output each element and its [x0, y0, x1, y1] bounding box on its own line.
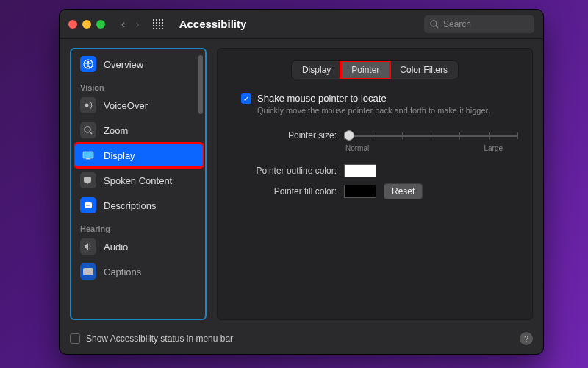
main-panel: Display Pointer Color Filters ✓ Shake mo…	[217, 48, 533, 320]
menu-bar-status-label: Show Accessibility status in menu bar	[86, 333, 233, 344]
search-icon	[430, 20, 439, 29]
slider-min-label: Normal	[345, 144, 369, 152]
help-button[interactable]: ?	[520, 332, 533, 345]
window-title: Accessibility	[179, 18, 247, 30]
sidebar: Overview Vision VoiceOver Zoom	[70, 48, 207, 320]
svg-point-5	[85, 127, 90, 132]
shake-to-locate-description: Quickly move the mouse pointer back and …	[257, 105, 490, 116]
svg-point-0	[431, 21, 437, 26]
slider-knob[interactable]	[344, 130, 354, 141]
slider-max-label: Large	[484, 144, 503, 152]
footer: Show Accessibility status in menu bar ?	[60, 326, 543, 354]
sidebar-item-label: Zoom	[104, 125, 128, 136]
display-icon	[80, 147, 96, 163]
sidebar-item-label: Captions	[104, 266, 141, 277]
minimize-button[interactable]	[82, 20, 91, 29]
fill-color-label: Pointer fill color:	[241, 186, 337, 197]
audio-icon	[80, 238, 96, 255]
captions-icon	[80, 263, 96, 280]
sidebar-section-hearing: Hearing	[74, 219, 204, 235]
voiceover-icon	[80, 97, 96, 113]
tab-group: Display Pointer Color Filters	[291, 60, 459, 79]
svg-point-11	[86, 205, 87, 206]
svg-line-6	[90, 132, 92, 134]
shake-to-locate-label: Shake mouse pointer to locate	[257, 93, 490, 104]
pointer-size-slider[interactable]	[344, 128, 517, 143]
window-controls	[68, 20, 105, 29]
sidebar-item-label: VoiceOver	[104, 100, 148, 111]
outline-color-well[interactable]	[344, 164, 376, 177]
nav-buttons: ‹ ›	[121, 18, 140, 31]
sidebar-item-display[interactable]: Display	[74, 144, 204, 167]
sidebar-item-audio[interactable]: Audio	[74, 235, 204, 258]
tab-display[interactable]: Display	[292, 61, 341, 79]
sidebar-item-label: Audio	[104, 241, 128, 252]
tab-pointer[interactable]: Pointer	[341, 61, 390, 79]
descriptions-icon	[80, 197, 96, 213]
search-field[interactable]: Search	[424, 15, 534, 33]
sidebar-item-spoken[interactable]: Spoken Content	[74, 169, 204, 192]
forward-button[interactable]: ›	[135, 18, 139, 31]
sidebar-scrollbar[interactable]	[198, 55, 203, 114]
fill-color-well[interactable]	[344, 185, 376, 198]
sidebar-item-captions[interactable]: Captions	[74, 260, 204, 283]
sidebar-item-label: Display	[104, 150, 135, 161]
shake-to-locate-checkbox[interactable]: ✓	[241, 93, 251, 104]
svg-point-3	[87, 61, 90, 63]
search-placeholder: Search	[443, 19, 471, 29]
pointer-size-label: Pointer size:	[241, 130, 337, 141]
back-button[interactable]: ‹	[121, 18, 125, 31]
sidebar-item-label: Descriptions	[104, 200, 157, 211]
tab-color-filters[interactable]: Color Filters	[390, 61, 458, 79]
preferences-window: ‹ › Accessibility Search Overview Vision	[59, 9, 544, 355]
menu-bar-status-checkbox[interactable]	[70, 333, 80, 344]
accessibility-icon	[80, 56, 96, 72]
svg-point-13	[89, 205, 90, 206]
spoken-content-icon	[80, 172, 96, 188]
sidebar-item-zoom[interactable]: Zoom	[74, 118, 204, 142]
zoom-icon	[80, 122, 96, 138]
close-button[interactable]	[68, 20, 77, 29]
svg-line-1	[436, 26, 438, 28]
svg-rect-7	[83, 152, 93, 158]
sidebar-item-label: Spoken Content	[104, 175, 172, 186]
svg-rect-14	[83, 268, 93, 275]
sidebar-item-label: Overview	[104, 59, 143, 70]
svg-rect-8	[86, 158, 90, 160]
outline-color-label: Pointer outline color:	[241, 166, 337, 176]
sidebar-item-overview[interactable]: Overview	[74, 52, 204, 76]
reset-button[interactable]: Reset	[384, 183, 423, 199]
titlebar: ‹ › Accessibility Search	[60, 10, 543, 39]
show-all-button[interactable]	[153, 19, 163, 29]
svg-point-12	[87, 205, 89, 206]
sidebar-section-vision: Vision	[74, 77, 204, 93]
svg-point-4	[85, 104, 89, 107]
zoom-button[interactable]	[96, 20, 105, 29]
svg-rect-9	[84, 177, 91, 183]
sidebar-item-descriptions[interactable]: Descriptions	[74, 194, 204, 217]
sidebar-item-voiceover[interactable]: VoiceOver	[74, 93, 204, 117]
